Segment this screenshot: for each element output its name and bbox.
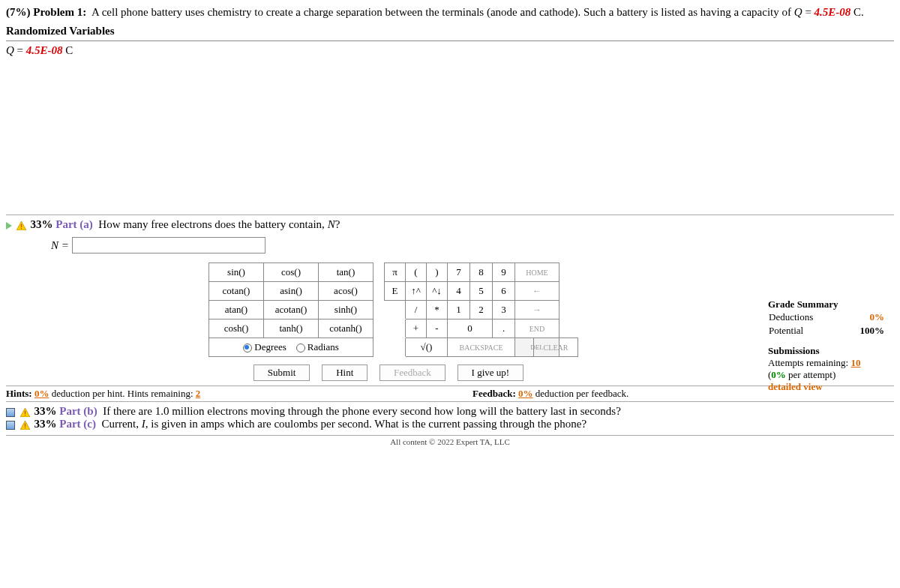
key-cotanh[interactable]: cotanh() <box>319 320 374 338</box>
function-keypad: sin() cos() tan() cotan() asin() acos() … <box>208 262 374 357</box>
detailed-view-link[interactable]: detailed view <box>768 381 885 393</box>
key-1[interactable]: 1 <box>448 301 470 320</box>
grade-summary-title: Grade Summary <box>768 298 885 310</box>
key-4[interactable]: 4 <box>448 282 470 301</box>
key-cosh[interactable]: cosh() <box>209 320 264 338</box>
key-lparen[interactable]: ( <box>406 263 427 282</box>
radio-degrees[interactable]: Degrees <box>243 341 286 352</box>
warning-icon <box>20 408 30 417</box>
key-dot[interactable]: . <box>493 320 515 338</box>
submissions-title: Submissions <box>768 345 885 357</box>
key-9[interactable]: 9 <box>493 263 515 282</box>
key-asin[interactable]: asin() <box>264 282 319 301</box>
problem-number: Problem 1: <box>33 6 86 18</box>
key-star[interactable]: * <box>427 301 448 320</box>
key-left[interactable]: ← <box>515 282 560 301</box>
key-right[interactable]: → <box>515 301 560 320</box>
problem-header: (7%) Problem 1: A cell phone battery use… <box>6 6 894 19</box>
deductions-label: Deductions <box>768 310 843 324</box>
part-c-row[interactable]: 33% Part (c) Current, I, is given in amp… <box>6 418 894 430</box>
var-Q: Q <box>794 6 802 18</box>
key-0[interactable]: 0 <box>448 320 493 338</box>
value-Q: 4.5E-08 <box>814 6 851 18</box>
potential-label: Potential <box>768 324 843 338</box>
key-acos[interactable]: acos() <box>319 282 374 301</box>
action-buttons: Submit Hint Feedback I give up! <box>194 364 584 381</box>
answer-input[interactable] <box>72 237 266 254</box>
answer-row: N = <box>6 232 894 258</box>
svg-rect-1 <box>21 224 22 227</box>
hint-button[interactable]: Hint <box>322 364 368 381</box>
key-acotan[interactable]: acotan() <box>264 301 319 320</box>
hints-info: Hints: 0% deduction per hint. Hints rema… <box>6 388 428 400</box>
potential-value: 100% <box>843 324 885 338</box>
numeric-keypad: π ( ) 7 8 9 HOME E ↑^ ^↓ 4 5 6 ← <box>384 262 578 357</box>
randomized-variable-line: Q = 4.5E-08 C <box>6 44 894 57</box>
svg-rect-5 <box>25 415 26 416</box>
key-pi[interactable]: π <box>385 263 406 282</box>
svg-rect-7 <box>25 423 26 427</box>
key-sin[interactable]: sin() <box>209 263 264 282</box>
giveup-button[interactable]: I give up! <box>458 364 524 381</box>
part-a-percent: 33% <box>31 218 53 230</box>
key-cotan[interactable]: cotan() <box>209 282 264 301</box>
key-cos[interactable]: cos() <box>264 263 319 282</box>
submit-button[interactable]: Submit <box>254 364 310 381</box>
key-tan[interactable]: tan() <box>319 263 374 282</box>
expand-box-icon[interactable] <box>6 408 15 417</box>
key-tanh[interactable]: tanh() <box>264 320 319 338</box>
grade-summary-panel: Grade Summary Deductions0% Potential100%… <box>768 298 885 393</box>
part-b-row[interactable]: 33% Part (b) If there are 1.0 million el… <box>6 405 894 418</box>
key-home[interactable]: HOME <box>515 263 560 282</box>
key-slash[interactable]: / <box>406 301 427 320</box>
divider <box>6 40 894 41</box>
key-sinh[interactable]: sinh() <box>319 301 374 320</box>
disclosure-triangle-icon[interactable] <box>6 222 12 230</box>
expand-box-icon[interactable] <box>6 421 15 430</box>
part-a-label: Part (a) <box>56 218 93 230</box>
key-plus[interactable]: + <box>406 320 427 338</box>
warning-icon <box>16 221 26 230</box>
key-2[interactable]: 2 <box>470 301 493 320</box>
warning-icon <box>20 421 30 430</box>
per-attempt: (0% per attempt) <box>768 369 885 381</box>
key-5[interactable]: 5 <box>470 282 493 301</box>
answer-label: N = <box>51 239 72 251</box>
key-end[interactable]: END <box>515 320 560 338</box>
part-a-row: 33% Part (a) How many free electrons doe… <box>6 214 894 232</box>
attempts-remaining: Attempts remaining: 10 <box>768 357 885 369</box>
key-3[interactable]: 3 <box>493 301 515 320</box>
deductions-value: 0% <box>843 310 885 324</box>
part-a-question: How many free electrons does the battery… <box>98 218 327 230</box>
hints-feedback-row: Hints: 0% deduction per hint. Hints rema… <box>6 386 894 402</box>
key-rparen[interactable]: ) <box>427 263 448 282</box>
svg-rect-8 <box>25 428 26 428</box>
problem-weight: (7%) <box>6 6 31 18</box>
svg-rect-2 <box>21 228 22 229</box>
key-8[interactable]: 8 <box>470 263 493 282</box>
key-7[interactable]: 7 <box>448 263 470 282</box>
key-minus[interactable]: - <box>427 320 448 338</box>
problem-text: A cell phone battery uses chemistry to c… <box>92 6 794 18</box>
svg-rect-4 <box>25 410 26 414</box>
key-6[interactable]: 6 <box>493 282 515 301</box>
footer-copyright: All content © 2022 Expert TA, LLC <box>6 435 894 446</box>
key-E[interactable]: E <box>385 282 406 301</box>
key-exp-down[interactable]: ^↓ <box>427 282 448 301</box>
radio-radians[interactable]: Radians <box>296 341 339 352</box>
key-atan[interactable]: atan() <box>209 301 264 320</box>
key-exp-up[interactable]: ↑^ <box>406 282 427 301</box>
feedback-button[interactable]: Feedback <box>380 364 446 381</box>
randomized-variables-heading: Randomized Variables <box>6 25 894 38</box>
